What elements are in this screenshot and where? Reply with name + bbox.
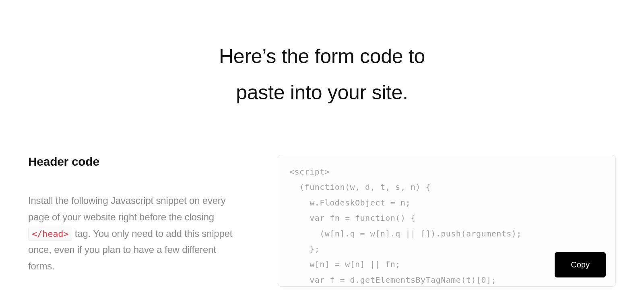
hero-title: Here’s the form code to paste into your … (28, 38, 616, 111)
hero-title-line-1: Here’s the form code to (219, 45, 425, 68)
inline-code-tag: </head> (28, 228, 72, 241)
page-root: Here’s the form code to paste into your … (0, 0, 644, 287)
desc-part-1: Install the following Javascript snippet… (28, 195, 225, 222)
section-description: Install the following Javascript snippet… (28, 193, 242, 275)
content-columns: Header code Install the following Javasc… (28, 155, 616, 287)
hero: Here’s the form code to paste into your … (28, 38, 616, 111)
right-column: <script> (function(w, d, t, s, n) { w.Fl… (278, 155, 616, 287)
section-heading: Header code (28, 155, 242, 168)
copy-button[interactable]: Copy (555, 252, 606, 277)
hero-title-line-2: paste into your site. (236, 81, 408, 104)
code-box: <script> (function(w, d, t, s, n) { w.Fl… (278, 155, 616, 287)
left-column: Header code Install the following Javasc… (28, 155, 242, 275)
